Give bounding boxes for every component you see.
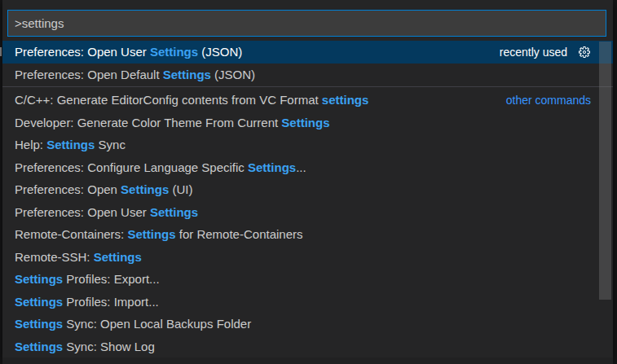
command-item-label: Settings Profiles: Export... (15, 272, 591, 286)
editor-background-strip (2, 357, 613, 364)
label-text: Preferences: Configure Language Specific (15, 160, 248, 174)
command-item-label: Developer: Generate Color Theme From Cur… (15, 116, 591, 129)
label-text: Help: (15, 138, 46, 151)
command-item-label: Preferences: Open User Settings (JSON) (15, 45, 490, 59)
command-item[interactable]: Preferences: Open Settings (UI) (2, 178, 613, 201)
command-item[interactable]: Preferences: Open User Settings (JSON)re… (2, 41, 613, 64)
command-item[interactable]: Remote-SSH: Settings (2, 246, 613, 269)
label-text: Profiles: Import... (63, 295, 159, 309)
command-item[interactable]: Preferences: Configure Language Specific… (2, 156, 613, 179)
label-text: C/C++: Generate EditorConfig contents fr… (15, 93, 322, 107)
command-item[interactable]: Preferences: Open Default Settings (JSON… (2, 64, 613, 86)
command-list: Preferences: Open User Settings (JSON)re… (2, 41, 613, 357)
match-highlight: Settings (15, 340, 63, 353)
screen-edge-artifact (0, 47, 2, 56)
command-item[interactable]: Preferences: Open User Settings (2, 201, 613, 224)
command-item[interactable]: Help: Settings Sync (2, 134, 613, 156)
label-text: Remote-SSH: (15, 250, 94, 264)
label-text: Remote-Containers: (15, 227, 127, 241)
match-highlight: settings (322, 93, 369, 107)
label-text: Profiles: Export... (63, 272, 159, 286)
scrollbar[interactable] (599, 42, 611, 355)
label-text: Preferences: Open User (15, 205, 150, 219)
group-badge: recently used (500, 46, 567, 59)
command-item-label: Preferences: Open Settings (UI) (15, 182, 591, 196)
match-highlight: Settings (150, 205, 198, 219)
match-highlight: Settings (163, 68, 211, 81)
command-item-label: Preferences: Configure Language Specific… (15, 160, 591, 174)
label-text: Developer: Generate Color Theme From Cur… (15, 116, 281, 129)
command-item[interactable]: Settings Sync: Open Local Backups Folder (2, 313, 613, 335)
command-item-label: Help: Settings Sync (15, 138, 591, 151)
match-highlight: Settings (94, 250, 142, 264)
scrollbar-thumb[interactable] (599, 42, 611, 300)
group-link[interactable]: other commands (506, 94, 591, 107)
label-text: Sync: Show Log (63, 340, 155, 353)
match-highlight: Settings (15, 317, 63, 331)
match-highlight: Settings (15, 272, 63, 286)
label-text: Preferences: Open (15, 182, 121, 196)
match-highlight: Settings (46, 138, 95, 151)
command-palette: >settings Preferences: Open User Setting… (2, 0, 613, 357)
command-item[interactable]: Settings Profiles: Export... (2, 268, 613, 291)
group-separator (2, 86, 613, 87)
label-text: Preferences: Open User (15, 45, 150, 59)
command-item-label: Settings Sync: Show Log (15, 340, 591, 353)
match-highlight: Settings (150, 45, 198, 59)
command-item-label: Preferences: Open User Settings (15, 205, 591, 219)
label-text: for Remote-Containers (176, 227, 303, 241)
label-text: ... (296, 160, 306, 174)
match-highlight: Settings (121, 182, 169, 196)
match-highlight: Settings (281, 116, 329, 129)
command-item-label: Remote-Containers: Settings for Remote-C… (15, 227, 591, 241)
command-item[interactable]: Developer: Generate Color Theme From Cur… (2, 112, 613, 134)
label-text: Sync (95, 138, 126, 151)
command-item-label: Settings Sync: Open Local Backups Folder (15, 317, 591, 331)
command-item-label: Remote-SSH: Settings (15, 250, 591, 264)
command-item[interactable]: Settings Profiles: Import... (2, 291, 613, 314)
command-item-label: Preferences: Open Default Settings (JSON… (15, 68, 591, 81)
command-input-value: >settings (15, 16, 64, 30)
match-highlight: Settings (248, 160, 296, 174)
command-input[interactable]: >settings (7, 10, 606, 37)
command-item[interactable]: C/C++: Generate EditorConfig contents fr… (2, 89, 613, 112)
label-text: (JSON) (211, 68, 255, 81)
label-text: Preferences: Open Default (15, 68, 163, 81)
label-text: (UI) (169, 182, 192, 196)
command-item-label: C/C++: Generate EditorConfig contents fr… (15, 93, 496, 107)
gear-icon[interactable] (578, 46, 591, 59)
command-item-label: Settings Profiles: Import... (15, 295, 591, 309)
match-highlight: Settings (15, 295, 63, 309)
label-text: Sync: Open Local Backups Folder (63, 317, 251, 331)
command-item[interactable]: Remote-Containers: Settings for Remote-C… (2, 223, 613, 246)
match-highlight: Settings (127, 227, 175, 241)
label-text: (JSON) (198, 45, 242, 59)
command-item[interactable]: Settings Sync: Show Log (2, 335, 613, 358)
